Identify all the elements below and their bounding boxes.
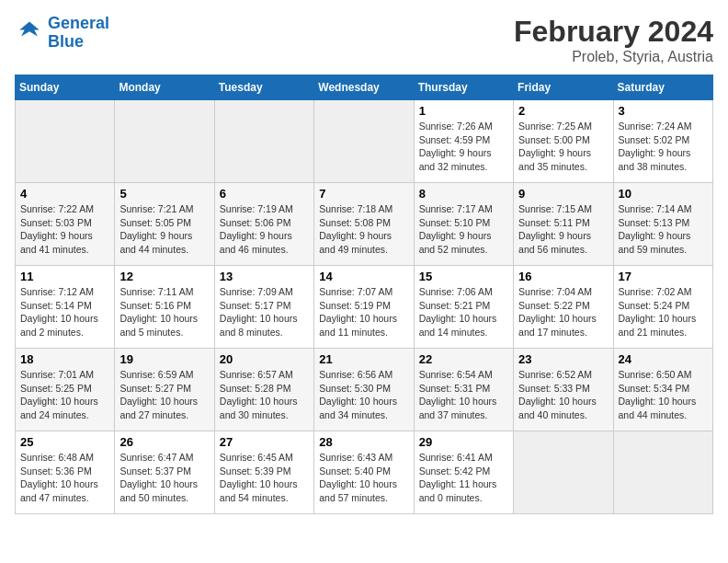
day-number: 27 [220, 435, 309, 449]
calendar-cell: 19Sunrise: 6:59 AM Sunset: 5:27 PM Dayli… [115, 349, 214, 431]
calendar-cell [314, 100, 414, 183]
title-block: February 2024 Proleb, Styria, Austria [514, 15, 713, 65]
day-info: Sunrise: 6:56 AM Sunset: 5:30 PM Dayligh… [319, 368, 408, 422]
calendar-cell: 2Sunrise: 7:25 AM Sunset: 5:00 PM Daylig… [514, 100, 613, 183]
day-number: 13 [220, 270, 309, 283]
weekday-monday: Monday [115, 75, 214, 100]
day-info: Sunrise: 6:52 AM Sunset: 5:33 PM Dayligh… [518, 368, 608, 422]
logo: General Blue [15, 15, 109, 52]
day-number: 29 [419, 435, 508, 449]
day-number: 23 [518, 352, 608, 366]
logo-general: General [48, 14, 109, 32]
day-info: Sunrise: 7:09 AM Sunset: 5:17 PM Dayligh… [220, 285, 309, 339]
calendar-cell: 14Sunrise: 7:07 AM Sunset: 5:19 PM Dayli… [314, 266, 414, 349]
day-info: Sunrise: 7:21 AM Sunset: 5:05 PM Dayligh… [119, 202, 209, 257]
day-number: 9 [518, 187, 608, 201]
weekday-saturday: Saturday [613, 75, 712, 100]
subtitle: Proleb, Styria, Austria [514, 49, 713, 65]
day-info: Sunrise: 7:25 AM Sunset: 5:00 PM Dayligh… [518, 120, 608, 174]
day-info: Sunrise: 6:48 AM Sunset: 5:36 PM Dayligh… [20, 451, 109, 505]
day-number: 2 [518, 104, 608, 118]
day-info: Sunrise: 7:06 AM Sunset: 5:21 PM Dayligh… [419, 285, 508, 339]
day-number: 5 [119, 187, 209, 201]
day-number: 1 [419, 104, 508, 118]
day-info: Sunrise: 6:43 AM Sunset: 5:40 PM Dayligh… [319, 451, 408, 505]
day-number: 7 [319, 187, 408, 201]
day-info: Sunrise: 7:01 AM Sunset: 5:25 PM Dayligh… [20, 368, 109, 422]
day-info: Sunrise: 6:41 AM Sunset: 5:42 PM Dayligh… [419, 451, 508, 505]
svg-marker-0 [19, 21, 39, 36]
day-number: 25 [20, 435, 109, 449]
day-number: 14 [319, 270, 408, 283]
calendar-cell: 20Sunrise: 6:57 AM Sunset: 5:28 PM Dayli… [214, 349, 313, 431]
day-number: 17 [619, 270, 708, 283]
calendar-cell: 11Sunrise: 7:12 AM Sunset: 5:14 PM Dayli… [16, 266, 115, 349]
week-row-5: 25Sunrise: 6:48 AM Sunset: 5:36 PM Dayli… [16, 431, 713, 514]
calendar-cell: 25Sunrise: 6:48 AM Sunset: 5:36 PM Dayli… [16, 431, 115, 514]
day-number: 19 [119, 352, 209, 366]
day-number: 8 [419, 187, 508, 201]
calendar-cell: 21Sunrise: 6:56 AM Sunset: 5:30 PM Dayli… [314, 349, 414, 431]
day-number: 20 [220, 352, 309, 366]
calendar-cell: 9Sunrise: 7:15 AM Sunset: 5:11 PM Daylig… [514, 183, 613, 266]
calendar-cell: 3Sunrise: 7:24 AM Sunset: 5:02 PM Daylig… [613, 100, 712, 183]
day-info: Sunrise: 7:07 AM Sunset: 5:19 PM Dayligh… [319, 285, 408, 339]
calendar-cell: 10Sunrise: 7:14 AM Sunset: 5:13 PM Dayli… [613, 183, 712, 266]
calendar-cell [214, 100, 313, 183]
weekday-thursday: Thursday [414, 75, 513, 100]
calendar-cell: 16Sunrise: 7:04 AM Sunset: 5:22 PM Dayli… [514, 266, 613, 349]
day-info: Sunrise: 7:18 AM Sunset: 5:08 PM Dayligh… [319, 202, 408, 257]
day-number: 10 [619, 187, 708, 201]
week-row-3: 11Sunrise: 7:12 AM Sunset: 5:14 PM Dayli… [16, 266, 713, 349]
day-info: Sunrise: 7:19 AM Sunset: 5:06 PM Dayligh… [220, 202, 309, 257]
calendar-table: SundayMondayTuesdayWednesdayThursdayFrid… [15, 75, 713, 514]
day-info: Sunrise: 6:45 AM Sunset: 5:39 PM Dayligh… [220, 451, 309, 505]
calendar-cell: 4Sunrise: 7:22 AM Sunset: 5:03 PM Daylig… [16, 183, 115, 266]
day-info: Sunrise: 6:47 AM Sunset: 5:37 PM Dayligh… [119, 451, 209, 505]
day-info: Sunrise: 7:11 AM Sunset: 5:16 PM Dayligh… [119, 285, 209, 339]
day-info: Sunrise: 7:12 AM Sunset: 5:14 PM Dayligh… [20, 285, 109, 339]
calendar-cell: 27Sunrise: 6:45 AM Sunset: 5:39 PM Dayli… [214, 431, 313, 514]
calendar-cell [16, 100, 115, 183]
day-number: 12 [119, 270, 209, 283]
calendar-cell: 12Sunrise: 7:11 AM Sunset: 5:16 PM Dayli… [115, 266, 214, 349]
day-number: 24 [619, 352, 708, 366]
calendar-cell: 1Sunrise: 7:26 AM Sunset: 4:59 PM Daylig… [414, 100, 513, 183]
day-number: 15 [419, 270, 508, 283]
weekday-friday: Friday [514, 75, 613, 100]
week-row-4: 18Sunrise: 7:01 AM Sunset: 5:25 PM Dayli… [16, 349, 713, 431]
calendar-cell: 24Sunrise: 6:50 AM Sunset: 5:34 PM Dayli… [613, 349, 712, 431]
day-info: Sunrise: 7:14 AM Sunset: 5:13 PM Dayligh… [619, 202, 708, 257]
day-number: 28 [319, 435, 408, 449]
day-info: Sunrise: 6:59 AM Sunset: 5:27 PM Dayligh… [119, 368, 209, 422]
day-number: 4 [20, 187, 109, 201]
calendar-cell: 29Sunrise: 6:41 AM Sunset: 5:42 PM Dayli… [414, 431, 513, 514]
day-number: 6 [220, 187, 309, 201]
logo-blue: Blue [48, 32, 84, 51]
page-header: General Blue February 2024 Proleb, Styri… [15, 15, 713, 65]
calendar-cell: 13Sunrise: 7:09 AM Sunset: 5:17 PM Dayli… [214, 266, 313, 349]
calendar-cell: 26Sunrise: 6:47 AM Sunset: 5:37 PM Dayli… [115, 431, 214, 514]
calendar-cell [613, 431, 712, 514]
day-info: Sunrise: 7:22 AM Sunset: 5:03 PM Dayligh… [20, 202, 109, 257]
calendar-cell: 15Sunrise: 7:06 AM Sunset: 5:21 PM Dayli… [414, 266, 513, 349]
calendar-cell: 22Sunrise: 6:54 AM Sunset: 5:31 PM Dayli… [414, 349, 513, 431]
calendar-cell: 6Sunrise: 7:19 AM Sunset: 5:06 PM Daylig… [214, 183, 313, 266]
logo-text: General Blue [48, 15, 109, 52]
weekday-tuesday: Tuesday [214, 75, 313, 100]
day-number: 26 [119, 435, 209, 449]
day-info: Sunrise: 7:17 AM Sunset: 5:10 PM Dayligh… [419, 202, 508, 257]
calendar-cell: 5Sunrise: 7:21 AM Sunset: 5:05 PM Daylig… [115, 183, 214, 266]
day-number: 3 [619, 104, 708, 118]
calendar-cell: 23Sunrise: 6:52 AM Sunset: 5:33 PM Dayli… [514, 349, 613, 431]
day-number: 16 [518, 270, 608, 283]
day-info: Sunrise: 6:57 AM Sunset: 5:28 PM Dayligh… [220, 368, 309, 422]
week-row-1: 1Sunrise: 7:26 AM Sunset: 4:59 PM Daylig… [16, 100, 713, 183]
day-info: Sunrise: 7:02 AM Sunset: 5:24 PM Dayligh… [619, 285, 708, 339]
day-info: Sunrise: 7:04 AM Sunset: 5:22 PM Dayligh… [518, 285, 608, 339]
week-row-2: 4Sunrise: 7:22 AM Sunset: 5:03 PM Daylig… [16, 183, 713, 266]
day-info: Sunrise: 6:54 AM Sunset: 5:31 PM Dayligh… [419, 368, 508, 422]
day-info: Sunrise: 7:26 AM Sunset: 4:59 PM Dayligh… [419, 120, 508, 174]
logo-icon [15, 18, 44, 48]
calendar-cell: 7Sunrise: 7:18 AM Sunset: 5:08 PM Daylig… [314, 183, 414, 266]
